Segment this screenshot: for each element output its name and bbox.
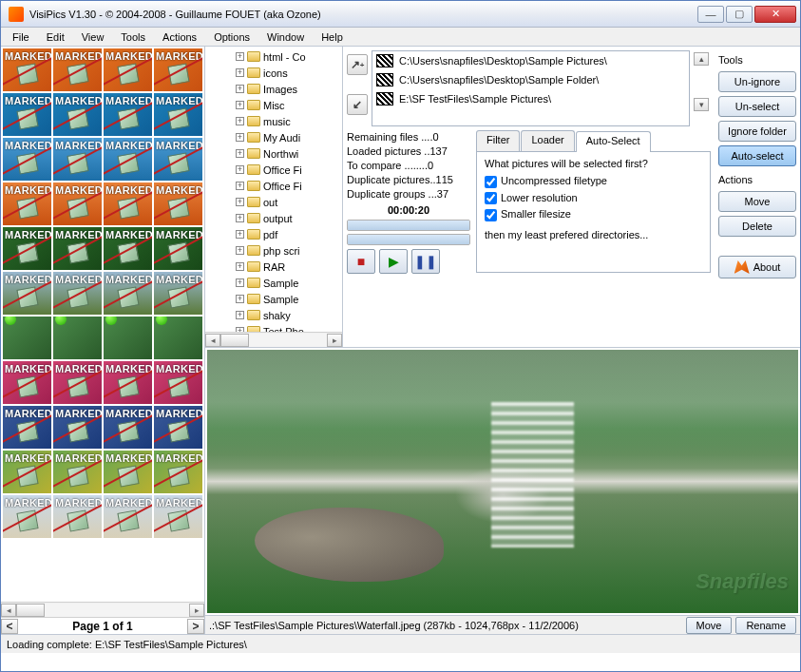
thumbnail[interactable]: MARKED bbox=[53, 48, 102, 91]
thumbnail[interactable]: MARKED bbox=[154, 495, 202, 538]
thumbnail[interactable]: MARKED bbox=[53, 227, 102, 270]
play-button[interactable]: ▶ bbox=[379, 249, 408, 274]
thumbnail[interactable]: MARKED bbox=[154, 93, 202, 136]
tree-item[interactable]: +My Audi bbox=[209, 129, 342, 145]
page-prev-button[interactable]: < bbox=[1, 619, 18, 634]
unselect-button[interactable]: Un-select bbox=[718, 96, 796, 117]
about-button[interactable]: About bbox=[718, 256, 796, 278]
pause-button[interactable]: ❚❚ bbox=[411, 249, 440, 274]
close-button[interactable]: ✕ bbox=[754, 6, 796, 23]
thumbnail[interactable]: MARKED bbox=[104, 182, 152, 225]
thumbnail[interactable]: MARKED bbox=[154, 406, 202, 449]
tree-item[interactable]: +Sample bbox=[209, 291, 342, 307]
thumbnail[interactable] bbox=[154, 317, 202, 359]
thumbnail[interactable]: MARKED bbox=[154, 227, 202, 270]
tree-item[interactable]: +shaky bbox=[209, 307, 342, 323]
remove-path-button[interactable]: ↙ bbox=[347, 94, 368, 115]
h-scrollbar[interactable]: ◂▸ bbox=[1, 602, 204, 617]
thumbnail[interactable] bbox=[104, 317, 152, 359]
tree-item[interactable]: +out bbox=[209, 194, 342, 210]
tree-item[interactable]: +music bbox=[209, 113, 342, 129]
thumbnail[interactable]: MARKED bbox=[154, 138, 202, 181]
menu-file[interactable]: File bbox=[5, 29, 37, 45]
thumbnail[interactable]: MARKED bbox=[104, 406, 152, 449]
tree-item[interactable]: +RAR bbox=[209, 259, 342, 275]
thumbnail[interactable]: MARKED bbox=[3, 227, 51, 270]
thumbnail[interactable]: MARKED bbox=[104, 495, 152, 538]
thumbnail[interactable]: MARKED bbox=[53, 138, 102, 181]
thumbnail[interactable] bbox=[3, 317, 51, 359]
preview-move-button[interactable]: Move bbox=[686, 617, 733, 634]
tab-auto-select[interactable]: Auto-Select bbox=[576, 131, 651, 152]
menu-tools[interactable]: Tools bbox=[113, 29, 153, 45]
preview-image[interactable]: Snapfiles bbox=[207, 350, 798, 613]
menu-actions[interactable]: Actions bbox=[155, 29, 204, 45]
thumbnail[interactable]: MARKED bbox=[104, 138, 152, 181]
thumbnail[interactable]: MARKED bbox=[53, 182, 102, 225]
thumbnail[interactable]: MARKED bbox=[154, 182, 202, 225]
add-path-button[interactable]: ↗+ bbox=[347, 54, 368, 75]
tree-item[interactable]: +Test Pho bbox=[209, 323, 342, 332]
thumbnail[interactable]: MARKED bbox=[53, 495, 102, 538]
tree-item[interactable]: +php scri bbox=[209, 242, 342, 259]
menu-window[interactable]: Window bbox=[259, 29, 312, 45]
thumbnail[interactable]: MARKED bbox=[3, 272, 51, 315]
thumbnail[interactable]: MARKED bbox=[154, 451, 202, 493]
page-next-button[interactable]: > bbox=[187, 619, 204, 634]
tree-item[interactable]: +Sample bbox=[209, 275, 342, 291]
thumbnail[interactable]: MARKED bbox=[3, 182, 51, 225]
thumbnail[interactable]: MARKED bbox=[104, 48, 152, 91]
path-item[interactable]: C:\Users\snapfiles\Desktop\Sample Folder… bbox=[372, 70, 689, 89]
path-item[interactable]: C:\Users\snapfiles\Desktop\Sample Pictur… bbox=[372, 51, 689, 70]
tree-item[interactable]: +Misc bbox=[209, 97, 342, 113]
chk-lower-res[interactable]: Lower resolution bbox=[485, 192, 702, 205]
path-down-button[interactable]: ▾ bbox=[694, 98, 709, 111]
tree-item[interactable]: +output bbox=[209, 210, 342, 226]
thumbnail[interactable]: MARKED bbox=[3, 48, 51, 91]
tree-item[interactable]: +Northwi bbox=[209, 145, 342, 162]
thumbnail[interactable]: MARKED bbox=[154, 48, 202, 91]
thumbnail[interactable]: MARKED bbox=[154, 272, 202, 315]
thumbnail[interactable]: MARKED bbox=[154, 361, 202, 404]
thumbnail[interactable]: MARKED bbox=[53, 93, 102, 136]
thumbnail[interactable]: MARKED bbox=[104, 227, 152, 270]
tree-item[interactable]: +Office Fi bbox=[209, 178, 342, 194]
ignore-folder-button[interactable]: Ignore folder bbox=[718, 121, 796, 142]
path-list[interactable]: C:\Users\snapfiles\Desktop\Sample Pictur… bbox=[372, 50, 690, 126]
tab-loader[interactable]: Loader bbox=[521, 130, 574, 151]
menu-help[interactable]: Help bbox=[314, 29, 351, 45]
thumbnail[interactable]: MARKED bbox=[3, 361, 51, 404]
preview-rename-button[interactable]: Rename bbox=[735, 617, 796, 634]
path-item[interactable]: E:\SF TestFiles\Sample Pictures\ bbox=[372, 89, 689, 108]
thumbnail[interactable]: MARKED bbox=[3, 451, 51, 493]
tab-filter[interactable]: Filter bbox=[476, 130, 520, 151]
thumbnail[interactable]: MARKED bbox=[3, 93, 51, 136]
move-button[interactable]: Move bbox=[718, 191, 796, 212]
auto-select-button[interactable]: Auto-select bbox=[718, 145, 796, 166]
tree-item[interactable]: +html - Co bbox=[209, 48, 342, 65]
stop-button[interactable]: ■ bbox=[347, 249, 375, 274]
thumbnail[interactable]: MARKED bbox=[3, 138, 51, 181]
thumbnail[interactable]: MARKED bbox=[104, 93, 152, 136]
thumbnail[interactable]: MARKED bbox=[104, 272, 152, 315]
path-up-button[interactable]: ▴ bbox=[694, 52, 709, 66]
menu-view[interactable]: View bbox=[74, 29, 112, 45]
thumbnail[interactable] bbox=[53, 317, 102, 359]
delete-button[interactable]: Delete bbox=[718, 216, 796, 237]
tree-item[interactable]: +Office Fi bbox=[209, 162, 342, 178]
menu-options[interactable]: Options bbox=[206, 29, 257, 45]
unignore-button[interactable]: Un-ignore bbox=[718, 71, 796, 92]
chk-smaller-size[interactable]: Smaller filesize bbox=[485, 208, 702, 221]
menu-edit[interactable]: Edit bbox=[39, 29, 72, 45]
thumbnail[interactable]: MARKED bbox=[53, 451, 102, 493]
thumbnail[interactable]: MARKED bbox=[104, 361, 152, 404]
maximize-button[interactable]: ▢ bbox=[726, 6, 753, 23]
tree-item[interactable]: +Images bbox=[209, 81, 342, 97]
tree-item[interactable]: +pdf bbox=[209, 226, 342, 242]
minimize-button[interactable]: — bbox=[697, 6, 724, 23]
thumbnail[interactable]: MARKED bbox=[53, 361, 102, 404]
folder-tree[interactable]: +html - Co+icons+Images+Misc+music+My Au… bbox=[205, 48, 342, 332]
thumbnail[interactable]: MARKED bbox=[3, 495, 51, 538]
tree-item[interactable]: +icons bbox=[209, 65, 342, 81]
thumbnail[interactable]: MARKED bbox=[3, 406, 51, 449]
